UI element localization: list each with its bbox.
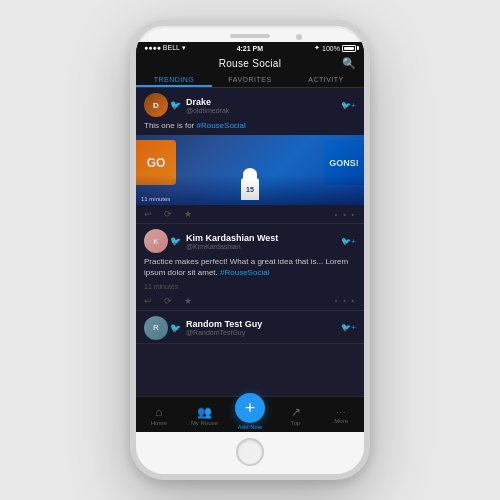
tweet-header: K 🐦 Kim Kardashian West @KimKardashian 🐦… [136, 224, 364, 256]
plus-icon: + [245, 399, 256, 417]
status-bar: ●●●● BELL ▾ 4:21 PM ✦ 100% [136, 42, 364, 54]
add-label: Add Now [238, 424, 262, 430]
tweet-actions: ↩ ⟳ ★ • • • [136, 292, 364, 310]
phone-bottom [136, 432, 364, 474]
tweet-user-info: Drake @oldtimedrak [186, 97, 336, 114]
screen: ●●●● BELL ▾ 4:21 PM ✦ 100% Rouse Social … [136, 42, 364, 432]
retweet-icon[interactable]: ⟳ [164, 209, 172, 219]
more-icon[interactable]: • • • [335, 211, 356, 218]
tab-bar: TRENDING FAVORITES ACTIVITY [136, 72, 364, 88]
bottom-nav: ⌂ Home 👥 My Rouse + Add Now ↗ Top ··· Mo… [136, 396, 364, 432]
favorite-icon[interactable]: ★ [184, 296, 192, 306]
front-camera [296, 34, 302, 40]
jersey: 15 [241, 178, 259, 200]
earpiece-speaker [230, 34, 270, 38]
status-indicators: ✦ 100% [314, 44, 356, 52]
nav-item-home[interactable]: ⌂ Home [136, 405, 182, 426]
nav-label: Top [291, 420, 301, 426]
favorite-icon[interactable]: ★ [184, 209, 192, 219]
phone-shell: ●●●● BELL ▾ 4:21 PM ✦ 100% Rouse Social … [130, 20, 370, 480]
reply-icon[interactable]: ↩ [144, 296, 152, 306]
hashtag[interactable]: #RouseSocial [220, 268, 269, 277]
home-icon: ⌂ [155, 405, 162, 419]
tweet-feed: D 🐦 Drake @oldtimedrak 🐦+ This one is fo… [136, 88, 364, 396]
avatar: R [144, 316, 168, 340]
more-nav-icon: ··· [336, 407, 347, 417]
hashtag[interactable]: #RouseSocial [196, 121, 245, 130]
tweet-header: D 🐦 Drake @oldtimedrak 🐦+ [136, 88, 364, 120]
tab-favorites[interactable]: FAVORITES [212, 72, 288, 87]
tweet-name: Random Test Guy [186, 319, 336, 329]
battery-indicator [342, 45, 356, 52]
tweet-card: K 🐦 Kim Kardashian West @KimKardashian 🐦… [136, 224, 364, 310]
tab-activity[interactable]: ACTIVITY [288, 72, 364, 87]
tweet-card: D 🐦 Drake @oldtimedrak 🐦+ This one is fo… [136, 88, 364, 224]
tweet-handle: @RandomTestGuy [186, 329, 336, 336]
app-title: Rouse Social [219, 58, 282, 69]
bluetooth-icon: ✦ [314, 44, 320, 52]
avatar: D [144, 93, 168, 117]
status-carrier: ●●●● BELL ▾ [144, 44, 186, 52]
follow-button[interactable]: 🐦+ [341, 101, 356, 110]
more-icon[interactable]: • • • [335, 297, 356, 304]
tab-trending[interactable]: TRENDING [136, 72, 212, 87]
tweet-handle: @oldtimedrak [186, 107, 336, 114]
tweet-card: R 🐦 Random Test Guy @RandomTestGuy 🐦+ [136, 311, 364, 344]
reply-icon[interactable]: ↩ [144, 209, 152, 219]
tweet-name: Kim Kardashian West [186, 233, 336, 243]
tweet-text: This one is for #RouseSocial [136, 120, 364, 135]
battery-fill [344, 47, 354, 50]
nav-item-add[interactable]: + Add Now [227, 401, 273, 430]
top-icon: ↗ [291, 405, 301, 419]
twitter-icon: 🐦 [170, 100, 181, 110]
twitter-icon: 🐦 [170, 323, 181, 333]
app-header: Rouse Social 🔍 [136, 54, 364, 72]
twitter-icon: 🐦 [170, 236, 181, 246]
tweet-time: 11 minutes [136, 283, 364, 292]
nav-item-my-rouse[interactable]: 👥 My Rouse [182, 405, 228, 426]
battery-percent: 100% [322, 45, 340, 52]
title-row: Rouse Social 🔍 [144, 58, 356, 72]
avatar: K [144, 229, 168, 253]
jersey-number: 15 [246, 186, 254, 193]
search-icon[interactable]: 🔍 [342, 57, 356, 70]
tweet-header: R 🐦 Random Test Guy @RandomTestGuy 🐦+ [136, 311, 364, 343]
tweet-text: Practice makes perfect! What a great ide… [136, 256, 364, 282]
tweet-media[interactable]: GO 15 GONS! 11 minutes [136, 135, 364, 205]
tweet-user-info: Random Test Guy @RandomTestGuy [186, 319, 336, 336]
nav-label: Home [151, 420, 167, 426]
tweet-handle: @KimKardashian [186, 243, 336, 250]
nav-label: More [334, 418, 348, 424]
media-background: GO 15 GONS! 11 minutes [136, 135, 364, 205]
follow-button[interactable]: 🐦+ [341, 323, 356, 332]
my-rouse-icon: 👥 [197, 405, 212, 419]
nav-item-top[interactable]: ↗ Top [273, 405, 319, 426]
status-time: 4:21 PM [237, 45, 263, 52]
tweet-actions: ↩ ⟳ ★ • • • [136, 205, 364, 223]
add-button[interactable]: + [235, 393, 265, 423]
nav-label: My Rouse [191, 420, 218, 426]
phone-top [136, 26, 364, 42]
home-button[interactable] [236, 438, 264, 466]
follow-button[interactable]: 🐦+ [341, 237, 356, 246]
player-figure: 15 [241, 140, 259, 200]
media-timestamp: 11 minutes [141, 196, 170, 202]
tweet-name: Drake [186, 97, 336, 107]
tweet-user-info: Kim Kardashian West @KimKardashian [186, 233, 336, 250]
retweet-icon[interactable]: ⟳ [164, 296, 172, 306]
nav-item-more[interactable]: ··· More [318, 407, 364, 424]
